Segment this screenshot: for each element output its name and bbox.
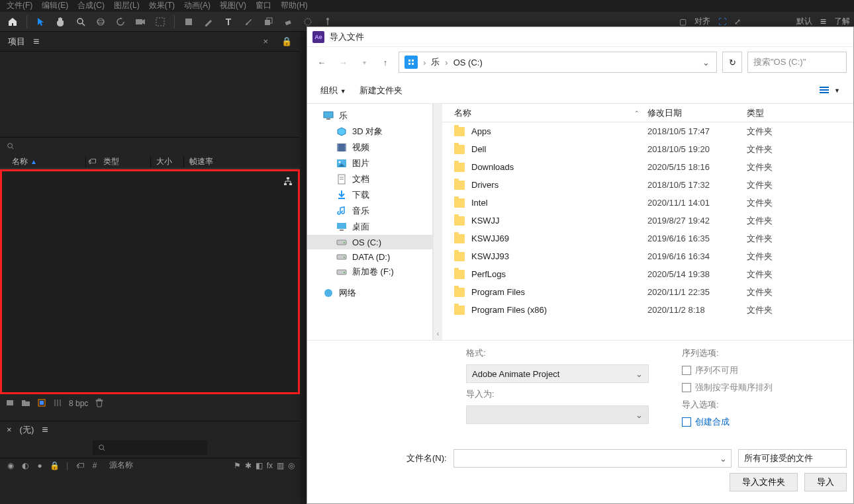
close-icon[interactable]: ×	[7, 425, 12, 435]
menu-anim[interactable]: 动画(A)	[184, 0, 211, 11]
scroll-left-handle[interactable]: ‹	[433, 104, 442, 340]
rotate-tool-icon[interactable]	[112, 13, 129, 30]
pen-tool-icon[interactable]	[200, 13, 217, 30]
tree-item[interactable]: 文档	[307, 171, 432, 187]
panel-menu-icon[interactable]	[42, 424, 48, 436]
trash-icon[interactable]	[95, 398, 104, 409]
menu-edit[interactable]: 编辑(E)	[42, 0, 68, 11]
camera-tool-icon[interactable]	[132, 13, 149, 30]
motion-blur-icon[interactable]: fx	[267, 461, 273, 470]
lock-icon[interactable]: 🔒	[281, 36, 292, 46]
workspace-learn[interactable]: 了解	[834, 16, 850, 27]
search-input[interactable]: 搜索"OS (C:)"	[747, 52, 847, 73]
brush-tool-icon[interactable]	[240, 13, 257, 30]
file-row[interactable]: PerfLogs2020/5/14 19:38文件夹	[442, 265, 853, 283]
breadcrumb-drive[interactable]: OS (C:)	[451, 58, 485, 67]
col-name[interactable]: 名称⌃	[442, 107, 647, 119]
3d-icon[interactable]: ◎	[288, 461, 295, 470]
menu-effect[interactable]: 效果(T)	[149, 0, 175, 11]
refresh-button[interactable]: ↻	[722, 52, 742, 73]
solo-icon[interactable]: ●	[34, 461, 45, 470]
interpret-icon[interactable]	[5, 398, 15, 409]
eraser-tool-icon[interactable]	[279, 13, 297, 30]
file-row[interactable]: Apps2018/10/5 17:47文件夹	[442, 122, 853, 140]
file-row[interactable]: Drivers2018/10/5 17:32文件夹	[442, 176, 853, 194]
file-row[interactable]: Program Files2020/11/1 22:35文件夹	[442, 283, 853, 301]
audio-icon[interactable]: ◐	[20, 461, 30, 470]
menu-file[interactable]: 文件(F)	[7, 0, 32, 11]
fit-icon[interactable]: ⛶	[718, 17, 726, 26]
tree-item[interactable]: OS (C:)	[307, 235, 432, 249]
menu-view[interactable]: 视图(V)	[220, 0, 246, 11]
import-as-dropdown[interactable]: ⌄	[466, 405, 649, 424]
lock-icon[interactable]: 🔒	[49, 461, 60, 470]
chevron-down-icon[interactable]: ⌄	[698, 58, 714, 67]
recent-dropdown[interactable]: ▾	[356, 54, 372, 70]
file-row[interactable]: KSWJJ2019/8/27 19:42文件夹	[442, 212, 853, 230]
file-row[interactable]: KSWJJ692019/6/16 16:35文件夹	[442, 230, 853, 247]
eye-icon[interactable]: ◉	[5, 461, 16, 470]
timeline-search-input[interactable]	[93, 441, 207, 455]
col-type[interactable]: 类型	[747, 107, 813, 119]
import-button[interactable]: 导入	[804, 473, 847, 491]
workspace-default[interactable]: 默认	[796, 16, 812, 27]
tree-item[interactable]: DATA (D:)	[307, 249, 432, 264]
tree-network[interactable]: 网络	[307, 285, 432, 301]
tree-item[interactable]: 视频	[307, 140, 432, 155]
file-row[interactable]: Dell2018/10/5 19:20文件夹	[442, 140, 853, 158]
tree-item[interactable]: 音乐	[307, 203, 432, 219]
tree-item[interactable]: 桌面	[307, 219, 432, 235]
panel-menu-icon[interactable]	[33, 36, 39, 48]
menu-help[interactable]: 帮助(H)	[281, 0, 308, 11]
new-folder-button[interactable]: 新建文件夹	[359, 85, 403, 97]
tree-item[interactable]: 下载	[307, 187, 432, 203]
menu-window[interactable]: 窗口	[256, 0, 271, 11]
close-icon[interactable]: ×	[263, 36, 268, 46]
import-folder-button[interactable]: 导入文件夹	[730, 473, 798, 491]
number-icon[interactable]: #	[89, 461, 100, 470]
label-icon[interactable]: 🏷	[75, 461, 85, 470]
project-bins-area[interactable]	[0, 169, 300, 394]
breadcrumb-root[interactable]: 乐	[428, 56, 442, 68]
format-dropdown[interactable]: Adobe Animate Project⌄	[466, 364, 649, 383]
hand-tool-icon[interactable]	[52, 13, 70, 30]
source-name-col[interactable]: 源名称	[109, 460, 133, 471]
create-comp-checkbox[interactable]: 创建合成	[682, 416, 840, 428]
anchor-tool-icon[interactable]	[152, 13, 169, 30]
snap-icon[interactable]: ▢	[679, 17, 687, 26]
hamburger-icon[interactable]	[820, 16, 826, 28]
fx-icon[interactable]: ✱	[245, 461, 252, 470]
file-filter-dropdown[interactable]: 所有可接受的文件	[738, 449, 847, 468]
col-tag-icon[interactable]: 🏷	[86, 157, 98, 166]
menu-comp[interactable]: 合成(C)	[77, 0, 105, 11]
file-row[interactable]: Downloads2020/5/15 18:16文件夹	[442, 158, 853, 176]
shy-icon[interactable]: ⚑	[234, 461, 241, 470]
menu-layer[interactable]: 图层(L)	[114, 0, 140, 11]
zoom-tool-icon[interactable]	[72, 13, 89, 30]
file-row[interactable]: KSWJJ932019/6/16 16:34文件夹	[442, 247, 853, 265]
up-button[interactable]: ↑	[377, 54, 393, 70]
adj-icon[interactable]: ▥	[277, 461, 284, 470]
settings-icon[interactable]	[53, 398, 62, 409]
clone-tool-icon[interactable]	[260, 13, 277, 30]
new-comp-icon[interactable]	[37, 398, 46, 409]
selection-tool-icon[interactable]	[32, 13, 50, 30]
bpc-label[interactable]: 8 bpc	[69, 399, 88, 408]
breadcrumb-bar[interactable]: › 乐 › OS (C:) ⌄	[399, 52, 717, 73]
col-date[interactable]: 修改日期	[647, 107, 747, 119]
new-folder-icon[interactable]	[21, 398, 30, 409]
shape-tool-icon[interactable]	[180, 13, 197, 30]
file-row[interactable]: Intel2020/11/1 14:01文件夹	[442, 194, 853, 212]
tree-item[interactable]: 图片	[307, 155, 432, 171]
tree-this-pc[interactable]: 乐	[307, 108, 432, 124]
frame-blend-icon[interactable]: ◧	[256, 461, 263, 470]
organize-button[interactable]: 组织 ▼	[320, 85, 346, 97]
home-icon[interactable]	[4, 13, 21, 30]
text-tool-icon[interactable]: T	[220, 13, 237, 30]
filename-input[interactable]: ⌄	[453, 449, 732, 468]
col-type[interactable]: 类型	[98, 156, 151, 167]
expand-icon[interactable]: ⤢	[734, 17, 741, 26]
view-mode-button[interactable]: ▼	[820, 86, 840, 95]
orbit-tool-icon[interactable]	[92, 13, 109, 30]
col-size[interactable]: 大小	[151, 156, 184, 167]
